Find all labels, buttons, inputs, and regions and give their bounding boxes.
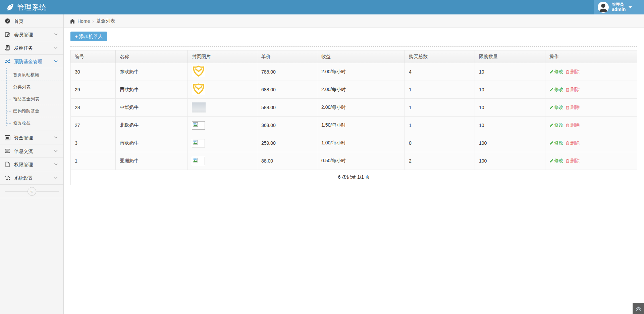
edit-link[interactable]: 修改	[549, 104, 564, 110]
delete-link-label: 删除	[570, 87, 580, 93]
broken-cover-image	[192, 157, 205, 165]
avatar	[598, 2, 609, 13]
sidebar-item-label: 发圈任务	[14, 41, 54, 55]
tree-dash	[7, 87, 11, 87]
edit-link[interactable]: 修改	[549, 87, 564, 93]
cell-actions: 修改删除	[545, 152, 637, 170]
column-header: 封页图片	[188, 50, 257, 63]
cell-profit: 0.50/每小时	[317, 152, 405, 170]
content: + 添加机器人 编号名称封页图片单价收益购买总数限购数量操作 30东欧奶牛788…	[64, 28, 644, 185]
plus-icon: +	[75, 34, 78, 39]
calendar-icon	[5, 135, 10, 140]
sidebar-collapse-row: «	[0, 185, 63, 198]
sidebar-item-message-exchange[interactable]: 信息交流	[0, 144, 63, 158]
edit-link[interactable]: 修改	[549, 140, 564, 146]
sidebar-item-system-settings[interactable]: 系统设置	[0, 171, 63, 185]
delete-link[interactable]: 删除	[566, 140, 580, 146]
column-header: 编号	[71, 50, 116, 63]
caret-down-icon	[629, 6, 632, 10]
cell-limit: 10	[475, 117, 545, 134]
sidebar-item-post-task[interactable]: 发圈任务	[0, 41, 63, 55]
chevron-down-icon	[54, 60, 58, 62]
cell-id: 29	[71, 81, 116, 99]
sidebar-item-permission-manage[interactable]: 权限管理	[0, 158, 63, 171]
cell-name: 南欧奶牛	[116, 134, 188, 152]
cell-price: 788.00	[257, 63, 317, 81]
edit-link[interactable]: 修改	[549, 158, 564, 164]
column-header: 操作	[545, 50, 637, 63]
cell-limit: 10	[475, 81, 545, 99]
sidebar-item-home[interactable]: 首页	[0, 14, 63, 28]
pencil-icon	[549, 159, 553, 163]
cell-profit: 2.00/每小时	[317, 63, 405, 81]
cell-cover-image	[188, 81, 257, 99]
trash-icon	[566, 88, 570, 92]
cell-price: 688.00	[257, 81, 317, 99]
edit-link-label: 修改	[554, 104, 564, 110]
edit-link[interactable]: 修改	[549, 122, 564, 128]
table-body: 30东欧奶牛788.002.00/每小时410修改删除29西欧奶牛688.002…	[71, 63, 637, 170]
sidebar-item-label: 信息交流	[14, 144, 54, 158]
edit-link[interactable]: 修改	[549, 69, 564, 75]
sidebar-item-prevention-fund-manage[interactable]: 预防基金管理	[0, 55, 63, 68]
pencil-icon	[549, 70, 553, 74]
sidebar-subitem-category-list[interactable]: 分类列表	[0, 81, 63, 93]
sidebar-subitem-prevention-fund-list[interactable]: 预防基金列表	[0, 93, 63, 105]
sidebar-subitem-label: 首页滚动横幅	[13, 69, 39, 81]
pencil-icon	[549, 88, 553, 92]
add-robot-button[interactable]: + 添加机器人	[70, 32, 107, 41]
breadcrumb-current: 基金列表	[96, 18, 115, 24]
cell-id: 27	[71, 117, 116, 134]
cell-cover-image	[188, 134, 257, 152]
leaf-icon	[6, 4, 14, 11]
breadcrumb: Home › 基金列表	[64, 14, 644, 28]
delete-link[interactable]: 删除	[566, 69, 580, 75]
fund-table: 编号名称封页图片单价收益购买总数限购数量操作 30东欧奶牛788.002.00/…	[70, 50, 637, 185]
cell-purchased: 1	[405, 81, 475, 99]
user-menu[interactable]: 管理员 admin	[594, 0, 644, 14]
sidebar-subitem-purchased-prevention-fund[interactable]: 已购预防基金	[0, 105, 63, 117]
column-header: 收益	[317, 50, 405, 63]
sidebar-item-label: 资金管理	[14, 131, 54, 144]
sidebar-collapse-button[interactable]: «	[28, 187, 36, 196]
pencil-icon	[549, 105, 553, 109]
shield-cover-image	[192, 65, 205, 77]
cell-price: 588.00	[257, 99, 317, 117]
back-to-top-button[interactable]	[633, 303, 644, 314]
sidebar-subitem-label: 分类列表	[13, 81, 31, 93]
sidebar: 首页会员管理发圈任务预防基金管理首页滚动横幅分类列表预防基金列表已购预防基金修改…	[0, 14, 64, 314]
submenu-prevention-fund-manage: 首页滚动横幅分类列表预防基金列表已购预防基金修改收益	[0, 68, 63, 131]
sidebar-subitem-home-scroll-banner[interactable]: 首页滚动横幅	[0, 69, 63, 81]
delete-link[interactable]: 删除	[566, 158, 580, 164]
edit-link-label: 修改	[554, 122, 564, 128]
delete-link-label: 删除	[570, 140, 580, 146]
cell-name: 中华奶牛	[116, 99, 188, 117]
column-header: 单价	[257, 50, 317, 63]
sidebar-subitem-modify-profit[interactable]: 修改收益	[0, 117, 63, 129]
sidebar-item-member-manage[interactable]: 会员管理	[0, 28, 63, 41]
trash-icon	[566, 105, 570, 109]
delete-link[interactable]: 删除	[566, 104, 580, 110]
tree-dash	[7, 75, 11, 75]
delete-link-label: 删除	[570, 104, 580, 110]
cell-actions: 修改删除	[545, 99, 637, 117]
breadcrumb-home[interactable]: Home	[77, 18, 90, 24]
chevron-down-icon	[54, 33, 58, 36]
book-icon	[5, 45, 10, 51]
broken-cover-image	[192, 121, 205, 130]
edit-link-label: 修改	[554, 69, 564, 75]
double-chevron-up-icon	[636, 306, 641, 311]
app-logo: 管理系统	[0, 3, 47, 12]
delete-link[interactable]: 删除	[566, 122, 580, 128]
table-row: 3南欧奶牛259.001.00/每小时0100修改删除	[71, 134, 637, 152]
sidebar-item-capital-manage[interactable]: 资金管理	[0, 131, 63, 144]
user-name: admin	[612, 7, 626, 12]
chevron-down-icon	[54, 47, 58, 49]
message-list-icon	[5, 148, 10, 154]
text-size-icon	[5, 175, 10, 181]
cell-purchased: 1	[405, 99, 475, 117]
edit-link-label: 修改	[554, 140, 564, 146]
delete-link[interactable]: 删除	[566, 87, 580, 93]
user-text: 管理员 admin	[612, 2, 626, 12]
cell-purchased: 2	[405, 152, 475, 170]
